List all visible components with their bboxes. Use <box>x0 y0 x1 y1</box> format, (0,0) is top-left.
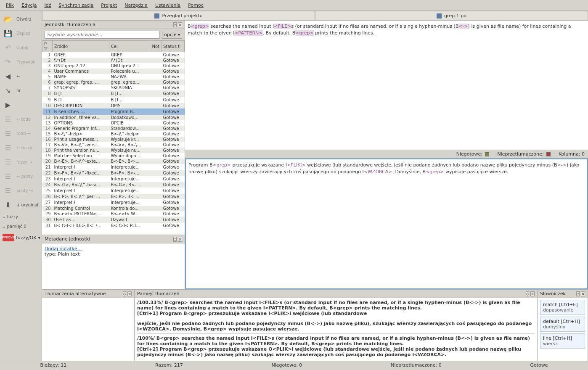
menu-project[interactable]: Projekt <box>98 1 120 9</box>
tm-panel-header: Pamięć tłumaczeń ◇× <box>135 290 537 298</box>
close-icon[interactable]: × <box>178 237 182 242</box>
original-button[interactable]: ⬇↓ oryginał <box>1 198 41 211</box>
list-icon: ☰ <box>2 186 14 195</box>
table-row[interactable]: 27Interpret IInterpretuje...Gotowe <box>42 199 185 206</box>
table-row[interactable]: 13OPTIONSOPCJEGotowe <box>42 120 185 126</box>
table-row[interactable]: 31B<-f>I< FILE>,B< -\...B<-f>I< PLI...Go… <box>42 223 185 228</box>
detach-icon[interactable]: ◇ <box>173 237 177 242</box>
table-row[interactable]: 26B<-P>, B<-\\^-perl-...B<-P>, B<-...Got… <box>42 194 185 199</box>
glossary-item[interactable]: default [Ctrl+H]domyślny <box>540 317 585 332</box>
table-row[interactable]: 18Print the version nu...Wypisuje nu...G… <box>42 148 185 153</box>
detach-icon[interactable]: ◇ <box>173 22 177 27</box>
menu-sync[interactable]: Synchronizacja <box>55 1 97 9</box>
close-icon[interactable]: × <box>178 22 182 27</box>
table-row[interactable]: 9B [IB [I...Gotowe <box>42 97 185 103</box>
play-icon: ▶ <box>2 100 14 109</box>
list-icon: ☰ <box>2 172 14 181</box>
alt-body <box>42 298 134 361</box>
empty-next-button[interactable]: ☰pusty → <box>1 184 41 197</box>
detach-icon[interactable]: ◇ <box>526 291 530 296</box>
editor-status-row: Niegotowe: Nieprzetłumaczone: Kolumna: 0 <box>185 150 588 159</box>
detach-icon[interactable]: ◇ <box>123 291 127 296</box>
tm-body[interactable]: /100.33%/ B<grep> searches the named inp… <box>135 298 537 361</box>
table-row[interactable]: 28Matching ControlKontrola do...Gotowe <box>42 206 185 211</box>
table-row[interactable]: 14Generic Program Inf...Standardow...Got… <box>42 126 185 131</box>
table-row[interactable]: 22B<-F>, B<-\\^-fixed...B<-F>, B<-...Got… <box>42 170 185 176</box>
redo-button[interactable]: ↷Przywróć <box>1 56 41 68</box>
menu-edit[interactable]: Edycja <box>18 1 40 9</box>
table-row[interactable]: 12In addition, three va...Dodatkowo,...G… <box>42 115 185 120</box>
col-pv[interactable]: P ▽ <box>42 41 53 52</box>
table-row[interactable]: 4User CommandsPolecenia u...Gotowe <box>42 69 185 74</box>
menu-help[interactable]: Pomoc <box>185 1 207 9</box>
table-row[interactable]: 3GNU grep 2.12GNU grep 2...Gotowe <box>42 63 185 69</box>
table-row[interactable]: 21Interpret IInterpretuje...Gotowe <box>42 164 185 170</box>
play-button[interactable]: ▶ <box>1 98 41 111</box>
prev-icon: ◀ <box>2 71 14 81</box>
menubar: Plik Edycja Idź Synchronizacja Projekt N… <box>0 0 588 11</box>
table-row[interactable]: 5NAMENAZWAGotowe <box>42 74 185 79</box>
todo-prev-button[interactable]: ☰← todo <box>1 113 41 125</box>
col-not[interactable]: Not <box>150 41 162 52</box>
approved-icon: APPROVED <box>3 234 14 241</box>
table-row[interactable]: 17B<-V>, B<-\\^-versi...B<-V>, B<-\...Go… <box>42 142 185 148</box>
not-ready-icon <box>485 152 489 156</box>
table-row[interactable]: 23Interpret IInterpretuje...Gotowe <box>42 176 185 182</box>
add-note-link[interactable]: Dodaj notatkę... <box>45 246 82 251</box>
empty-prev-button[interactable]: ☰← pusty <box>1 170 41 182</box>
fuzzy-down-button[interactable]: ↓ fuzzy <box>1 213 41 221</box>
menu-go[interactable]: Idź <box>41 1 54 9</box>
glossary-item[interactable]: match [Ctrl+E]dopasowanie <box>540 300 585 315</box>
table-row[interactable]: 8B [IB [I...Gotowe <box>42 90 185 97</box>
open-button[interactable]: 📂Otwórz <box>1 13 41 25</box>
table-row[interactable]: 30Use I as...Używa IGotowe <box>42 217 185 223</box>
glossary-item[interactable]: line [Ctrl+H]wiersz <box>540 333 585 349</box>
table-row[interactable]: 25Interpret IInterpretuje...Gotowe <box>42 188 185 194</box>
file-icon <box>437 13 442 18</box>
table-row[interactable]: 24B<-G>, B<-\\^-basi...B<-G>, B<-...Goto… <box>42 182 185 188</box>
close-icon[interactable]: × <box>127 291 132 296</box>
table-row[interactable]: 1GREPGREPGotowe <box>42 52 185 58</box>
table-row[interactable]: 6grep, egrep, fgrep, ...grep, egrep...Go… <box>42 79 185 85</box>
table-row[interactable]: 20B<-E>, B<-\\^-exte...B<-E>, B<-...Goto… <box>42 159 185 164</box>
table-row[interactable]: 2\\*(Dt\\*(DtGotowe <box>42 58 185 63</box>
memory-button[interactable]: ↓ pamięć 0 <box>1 222 41 230</box>
alt-panel-header: Tłumaczenia alternatywne ◇× <box>42 290 134 298</box>
table-row[interactable]: 10DESCRIPTIONOPISGotowe <box>42 103 185 108</box>
units-panel-header: Jednostki tłumaczenia ◇× <box>42 21 185 29</box>
gloss-body: match [Ctrl+E]dopasowaniedefault [Ctrl+H… <box>538 298 588 361</box>
todo-next-button[interactable]: ☰todo → <box>1 127 41 140</box>
tab-file[interactable]: grep.1.po <box>315 11 588 20</box>
redo-icon: ↷ <box>2 57 14 66</box>
save-button[interactable]: 💾Zapisz <box>1 27 41 40</box>
table-row[interactable]: 19Matcher SelectionWybór dopa...Gotowe <box>42 153 185 159</box>
menu-tools[interactable]: Narzędzia <box>121 1 151 9</box>
col-tgt[interactable]: Cel <box>109 41 150 52</box>
target-text-area[interactable]: Program B<grep> przeszukuje wskazane I<P… <box>185 159 588 289</box>
search-input[interactable] <box>45 31 159 39</box>
undo-button[interactable]: ↶Cofnij <box>1 41 41 54</box>
menu-settings[interactable]: Ustawienia <box>152 1 184 9</box>
tm-title: Pamięć tłumaczeń <box>137 291 179 296</box>
detach-icon[interactable]: ◇ <box>576 291 580 296</box>
options-button[interactable]: opcje ▾ <box>162 31 182 39</box>
fuzzy-ok-button[interactable]: APPROVEDfuzzy/OK▾ <box>1 232 41 243</box>
close-icon[interactable]: × <box>530 291 535 296</box>
close-icon[interactable]: × <box>581 291 585 296</box>
col-st[interactable]: Status t <box>162 41 185 52</box>
prev-button[interactable]: ◀← <box>1 70 41 82</box>
fuzzy-next-button[interactable]: ☰fuzzy → <box>1 156 41 168</box>
nr-button[interactable]: ↘nr <box>1 84 41 97</box>
fuzzy-prev-button[interactable]: ☰← fuzzy <box>1 141 41 154</box>
meta-panel-header: Metadane jednostki ◇× <box>42 235 185 243</box>
table-row[interactable]: 29B<-e>I< PATTERN>,...B<-e>I< W...Gotowe <box>42 211 185 217</box>
tab-overview[interactable]: Przegląd projektu <box>42 11 315 20</box>
table-row[interactable]: 16Print a usage mess...Wypisuje kr...Got… <box>42 137 185 142</box>
table-row[interactable]: 11B searches ...Program B...Gotowe <box>42 108 185 115</box>
table-row[interactable]: 15B<-\\^-help>B<-\\^-help>Gotowe <box>42 131 185 137</box>
status-total: Razem: 217 <box>155 362 183 368</box>
table-row[interactable]: 7SYNOPSISSKŁADNIAGotowe <box>42 85 185 90</box>
col-src[interactable]: Źródło <box>53 41 109 52</box>
units-table[interactable]: P ▽ Źródło Cel Not Status t 1GREPGREPGot… <box>42 40 185 235</box>
menu-file[interactable]: Plik <box>3 1 17 9</box>
